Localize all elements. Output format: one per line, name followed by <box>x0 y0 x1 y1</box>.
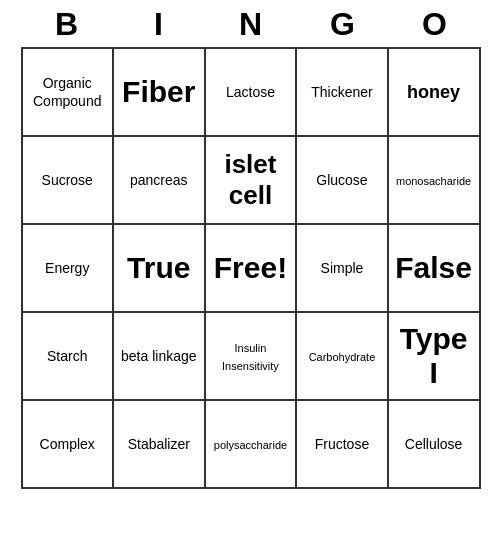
cell-r0-c3: Thickener <box>296 48 387 136</box>
cell-r2-c1: True <box>113 224 205 312</box>
cell-r2-c0: Energy <box>22 224 113 312</box>
cell-r2-c4: False <box>388 224 480 312</box>
bingo-header: B I N G O <box>21 0 481 47</box>
cell-r1-c1: pancreas <box>113 136 205 224</box>
cell-r4-c0: Complex <box>22 400 113 488</box>
cell-r3-c4: Type I <box>388 312 480 400</box>
header-n: N <box>209 6 293 43</box>
header-i: I <box>117 6 201 43</box>
cell-r3-c2: Insulin Insensitivity <box>205 312 297 400</box>
cell-r0-c1: Fiber <box>113 48 205 136</box>
cell-r4-c4: Cellulose <box>388 400 480 488</box>
cell-r0-c0: Organic Compound <box>22 48 113 136</box>
cell-r4-c2: polysaccharide <box>205 400 297 488</box>
header-b: B <box>25 6 109 43</box>
cell-r2-c3: Simple <box>296 224 387 312</box>
cell-r0-c4: honey <box>388 48 480 136</box>
cell-r3-c0: Starch <box>22 312 113 400</box>
cell-r1-c0: Sucrose <box>22 136 113 224</box>
header-g: G <box>301 6 385 43</box>
cell-r4-c3: Fructose <box>296 400 387 488</box>
cell-r3-c1: beta linkage <box>113 312 205 400</box>
cell-r0-c2: Lactose <box>205 48 297 136</box>
cell-r2-c2: Free! <box>205 224 297 312</box>
header-o: O <box>393 6 477 43</box>
bingo-grid: Organic CompoundFiberLactoseThickenerhon… <box>21 47 481 489</box>
cell-r1-c4: monosacharide <box>388 136 480 224</box>
cell-r3-c3: Carbohydrate <box>296 312 387 400</box>
cell-r1-c3: Glucose <box>296 136 387 224</box>
cell-r1-c2: islet cell <box>205 136 297 224</box>
cell-r4-c1: Stabalizer <box>113 400 205 488</box>
